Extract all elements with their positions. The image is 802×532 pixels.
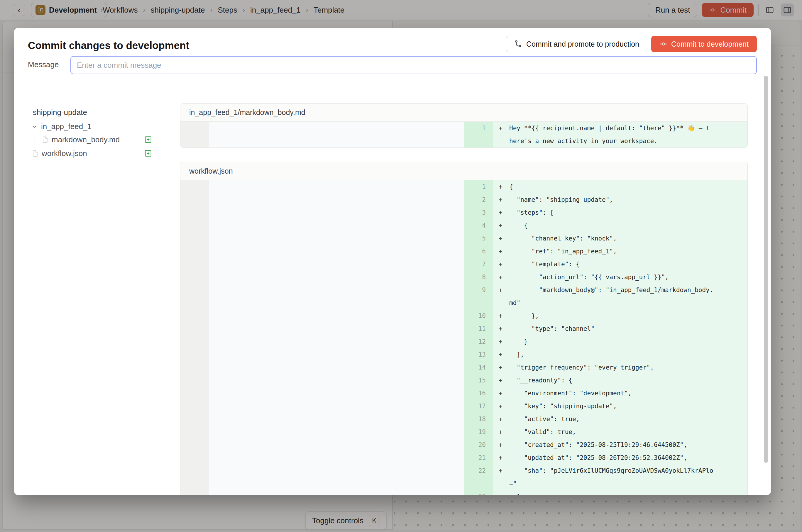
diff-old-gutter [181, 258, 209, 271]
diff-old-gutter [181, 245, 209, 258]
diff-line-number: 8 [464, 271, 493, 284]
diff-code-text: { [509, 219, 713, 232]
tree-root-label: shipping-update [33, 108, 87, 117]
diff-old-content [209, 322, 464, 335]
dialog-divider [14, 82, 771, 82]
diff-old-content [209, 206, 464, 219]
diff-code-text: "channel_key": "knock", [509, 232, 713, 245]
diff-old-gutter [181, 400, 209, 413]
diff-body: 1+Hey **{{ recipient.name | default: "th… [181, 122, 747, 148]
commit-and-promote-label: Commit and promote to production [526, 40, 639, 49]
commit-message-input[interactable] [70, 56, 757, 74]
diff-new-side: 8+ "action_url": "{{ vars.app_url }}", [464, 271, 747, 284]
diff-old-gutter [181, 413, 209, 425]
diff-add-marker: + [493, 193, 509, 206]
diff-new-side: 10+ }, [464, 309, 747, 322]
diff-new-side: 9+ "markdown_body@": "in_app_feed_1/mark… [464, 284, 747, 309]
file-icon [32, 150, 39, 157]
diff-line-number: 16 [464, 387, 493, 400]
diff-line-number: 6 [464, 245, 493, 258]
commit-and-promote-button[interactable]: Commit and promote to production [506, 36, 647, 52]
diff-old-gutter [181, 425, 209, 438]
diff-new-side: 12+ } [464, 335, 747, 348]
diff-old-gutter [181, 206, 209, 219]
dialog-actions: Commit and promote to production Commit … [506, 36, 757, 52]
diff-row: 4+ { [181, 219, 747, 232]
diff-old-content [209, 193, 464, 206]
diff-old-content [209, 374, 464, 387]
diff-add-marker: + [493, 206, 509, 219]
commit-to-development-button[interactable]: Commit to development [651, 36, 757, 52]
diff-new-side: 16+ "environment": "development", [464, 387, 747, 400]
diff-old-gutter [181, 322, 209, 335]
message-label: Message [28, 60, 59, 69]
diff-row: 3+ "steps": [ [181, 206, 747, 219]
diff-row: 1+Hey **{{ recipient.name | default: "th… [181, 122, 747, 148]
diff-code-text: "__readonly": { [509, 374, 713, 387]
diff-row: 16+ "environment": "development", [181, 387, 747, 400]
diff-add-marker: + [493, 335, 509, 348]
diff-code-text: "ref": "in_app_feed_1", [509, 245, 713, 258]
diff-new-side: 1+Hey **{{ recipient.name | default: "th… [464, 122, 747, 148]
text-caret [76, 60, 76, 70]
diff-new-side: 17+ "key": "shipping-update", [464, 400, 747, 413]
tree-folder-in-app-feed[interactable]: in_app_feed_1 [31, 120, 92, 133]
diff-code-text: "updated_at": "2025-08-26T20:26:52.36400… [509, 451, 713, 464]
diff-add-marker: + [493, 451, 509, 464]
added-file-badge[interactable] [144, 150, 152, 157]
diff-row: 22+ "sha": "pJeLVir6xIlUCMGqs9qroZoUAVDS… [181, 464, 747, 490]
diff-line-number: 20 [464, 438, 493, 451]
diff-old-gutter [181, 180, 209, 193]
diff-row: 17+ "key": "shipping-update", [181, 400, 747, 413]
diff-add-marker: + [493, 258, 509, 271]
diff-old-content [209, 387, 464, 400]
diff-code-text: "action_url": "{{ vars.app_url }}", [509, 271, 713, 284]
diff-old-content [209, 245, 464, 258]
tree-file-markdown-body[interactable]: markdown_body.md [42, 133, 120, 146]
diff-line-number: 1 [464, 122, 493, 148]
diff-code-text: "steps": [ [509, 206, 713, 219]
diff-row: 6+ "ref": "in_app_feed_1", [181, 245, 747, 258]
diff-card-markdown-body: in_app_feed_1/markdown_body.md 1+Hey **{… [180, 103, 748, 148]
diff-old-gutter [181, 348, 209, 361]
diff-old-content [209, 361, 464, 374]
tree-panel-divider [169, 91, 169, 486]
commit-dialog: Commit changes to development Commit and… [14, 28, 771, 495]
diff-line-number: 3 [464, 206, 493, 219]
diff-body: 1+{2+ "name": "shipping-update",3+ "step… [181, 180, 747, 495]
diff-code-text: "created_at": "2025-08-25T19:29:46.64450… [509, 438, 713, 451]
diff-line-number: 1 [464, 180, 493, 193]
commit-to-development-label: Commit to development [671, 40, 749, 49]
diff-line-number: 13 [464, 348, 493, 361]
diff-code-text: "valid": true, [509, 425, 713, 438]
diff-row: 7+ "template": { [181, 258, 747, 271]
diff-line-number: 15 [464, 374, 493, 387]
diff-new-side: 20+ "created_at": "2025-08-25T19:29:46.6… [464, 438, 747, 451]
diff-row: 11+ "type": "channel" [181, 322, 747, 335]
diff-row: 18+ "active": true, [181, 413, 747, 425]
diff-code-text: ], [509, 348, 713, 361]
diff-row: 23+ } [181, 490, 747, 495]
diff-old-content [209, 232, 464, 245]
diff-old-gutter [181, 387, 209, 400]
modal-scrollbar-thumb[interactable] [764, 76, 768, 463]
diff-new-side: 14+ "trigger_frequency": "every_trigger"… [464, 361, 747, 374]
diff-code-text: "active": true, [509, 413, 713, 425]
diff-old-content [209, 122, 464, 148]
diff-new-side: 18+ "active": true, [464, 413, 747, 425]
diff-row: 20+ "created_at": "2025-08-25T19:29:46.6… [181, 438, 747, 451]
diff-code-text: "type": "channel" [509, 322, 713, 335]
added-file-badge[interactable] [144, 136, 152, 144]
diff-add-marker: + [493, 490, 509, 495]
diff-old-content [209, 284, 464, 309]
diff-code-text: "key": "shipping-update", [509, 400, 713, 413]
diff-code-text: "markdown_body@": "in_app_feed_1/markdow… [509, 284, 713, 309]
diff-add-marker: + [493, 122, 509, 148]
diff-line-number: 10 [464, 309, 493, 322]
diff-code-text: "trigger_frequency": "every_trigger", [509, 361, 713, 374]
diff-new-side: 3+ "steps": [ [464, 206, 747, 219]
diff-old-content [209, 271, 464, 284]
tree-file-workflow-json[interactable]: workflow.json [32, 147, 87, 159]
diff-line-number: 18 [464, 413, 493, 425]
tree-folder-label: in_app_feed_1 [41, 122, 92, 131]
